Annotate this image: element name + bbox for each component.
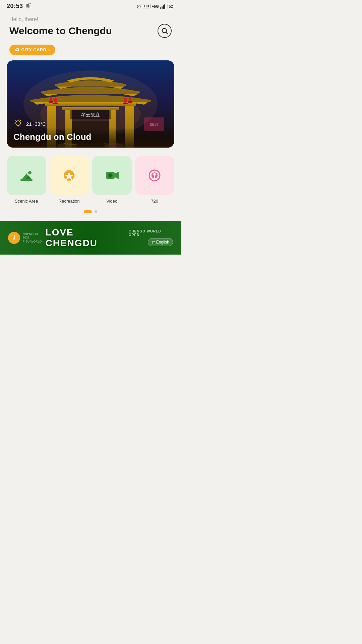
bottom-banner[interactable]: J CHENGDU 2025 FISU WORLD LOVE CHENGDU C… bbox=[0, 221, 181, 255]
svg-rect-51 bbox=[20, 179, 33, 181]
page-title: Welcome to Chengdu bbox=[9, 25, 158, 37]
category-section: Scenic Area Recreation bbox=[0, 148, 181, 208]
banner-sub-info: CHENGDU 2025 FISU WORLD bbox=[23, 232, 46, 243]
svg-point-50 bbox=[28, 171, 32, 174]
city-card-icon: 🏷 bbox=[15, 47, 19, 52]
svg-rect-15 bbox=[45, 102, 136, 106]
category-item-scenic[interactable]: Scenic Area bbox=[7, 156, 46, 204]
banner-sub-text1: CHENGDU 2025 bbox=[23, 232, 46, 239]
vr-label: 720 bbox=[151, 199, 158, 204]
banner-right-area: CHENGO WORLD OPEN ⇄ English bbox=[129, 229, 173, 246]
title-row: Welcome to Chengdu bbox=[9, 24, 172, 38]
svg-marker-57 bbox=[115, 172, 119, 179]
svg-point-42 bbox=[16, 121, 20, 125]
header: Hello, there! Welcome to Chengdu bbox=[0, 11, 181, 41]
svg-point-56 bbox=[109, 174, 112, 177]
svg-rect-18 bbox=[49, 101, 53, 103]
search-button[interactable] bbox=[158, 24, 172, 38]
svg-rect-24 bbox=[56, 97, 57, 98]
svg-rect-32 bbox=[126, 97, 126, 98]
scenic-icon-box bbox=[7, 156, 46, 195]
status-time: 20:53 bbox=[7, 3, 23, 10]
banner-sub-text2: FISU WORLD bbox=[23, 240, 46, 243]
svg-rect-31 bbox=[124, 97, 124, 98]
status-icons: HD +5G 52 bbox=[136, 4, 174, 9]
svg-rect-25 bbox=[129, 97, 131, 101]
language-label: English bbox=[156, 240, 169, 245]
svg-text:BEST: BEST bbox=[150, 123, 159, 126]
status-listen-icon: 听 bbox=[26, 3, 31, 10]
search-icon bbox=[161, 27, 168, 35]
svg-rect-28 bbox=[131, 96, 131, 97]
svg-rect-16 bbox=[62, 107, 119, 110]
video-icon-box bbox=[92, 156, 132, 195]
city-card-arrow: › bbox=[49, 48, 50, 52]
weather-sun-icon bbox=[13, 118, 23, 128]
vr-720-icon bbox=[146, 167, 163, 183]
recreation-label: Recreation bbox=[59, 199, 80, 204]
pagination-dot-1[interactable] bbox=[95, 210, 97, 213]
video-icon bbox=[104, 167, 120, 183]
category-item-video[interactable]: Video bbox=[92, 156, 132, 204]
chengdu-logo: J bbox=[8, 232, 20, 244]
svg-rect-22 bbox=[53, 103, 58, 104]
category-item-720[interactable]: 720 bbox=[135, 156, 175, 204]
battery-indicator: 52 bbox=[168, 4, 174, 9]
city-card-button[interactable]: 🏷 CITY CARD › bbox=[9, 45, 55, 55]
hero-banner-title: Chengdu on Cloud bbox=[13, 132, 92, 142]
weather-overlay: 21~33°C bbox=[13, 118, 46, 130]
svg-text:琴云故庭: 琴云故庭 bbox=[81, 112, 100, 117]
svg-rect-23 bbox=[54, 97, 55, 98]
status-bar: 20:53 听 HD +5G 52 bbox=[0, 0, 181, 11]
svg-rect-26 bbox=[128, 101, 132, 103]
pagination-dot-0[interactable] bbox=[84, 210, 92, 213]
language-button[interactable]: ⇄ English bbox=[148, 238, 173, 246]
weather-icon bbox=[13, 118, 23, 130]
svg-line-47 bbox=[20, 120, 21, 121]
hd-badge: HD bbox=[143, 4, 150, 8]
scenic-label: Scenic Area bbox=[15, 199, 38, 204]
svg-rect-3 bbox=[163, 5, 164, 9]
svg-line-6 bbox=[166, 32, 168, 34]
scenic-area-icon bbox=[18, 167, 35, 183]
svg-rect-4 bbox=[164, 4, 165, 9]
signal-icon bbox=[160, 4, 166, 9]
svg-rect-19 bbox=[50, 96, 50, 97]
banner-logo-area: J CHENGDU 2025 FISU WORLD bbox=[8, 232, 46, 244]
svg-rect-29 bbox=[124, 98, 127, 103]
svg-rect-27 bbox=[129, 96, 129, 97]
alarm-icon bbox=[136, 4, 141, 9]
chengo-logo-text: CHENGO WORLD OPEN bbox=[129, 229, 173, 237]
hero-banner[interactable]: 琴云故庭 BEST 21~33°C Chengdu on Cloud bbox=[7, 60, 174, 148]
greeting-text: Hello, there! bbox=[9, 16, 172, 22]
recreation-icon-box bbox=[50, 156, 89, 195]
svg-rect-21 bbox=[54, 98, 57, 103]
weather-temperature: 21~33°C bbox=[26, 121, 46, 127]
svg-rect-20 bbox=[52, 96, 52, 97]
svg-rect-1 bbox=[160, 7, 161, 9]
svg-rect-17 bbox=[50, 97, 52, 101]
category-item-recreation[interactable]: Recreation bbox=[50, 156, 89, 204]
recreation-icon bbox=[61, 167, 77, 183]
category-grid: Scenic Area Recreation bbox=[7, 156, 174, 204]
vr-icon-box bbox=[135, 156, 175, 195]
video-label: Video bbox=[106, 199, 117, 204]
pagination-dots bbox=[0, 208, 181, 218]
svg-rect-2 bbox=[162, 6, 163, 9]
love-chengdu-text: LOVE CHENGDU bbox=[46, 227, 129, 249]
language-switch-icon: ⇄ bbox=[152, 240, 155, 245]
svg-rect-30 bbox=[123, 103, 128, 104]
svg-line-46 bbox=[16, 120, 16, 121]
city-card-label: CITY CARD bbox=[21, 47, 47, 52]
signal-text: +5G bbox=[152, 4, 159, 8]
